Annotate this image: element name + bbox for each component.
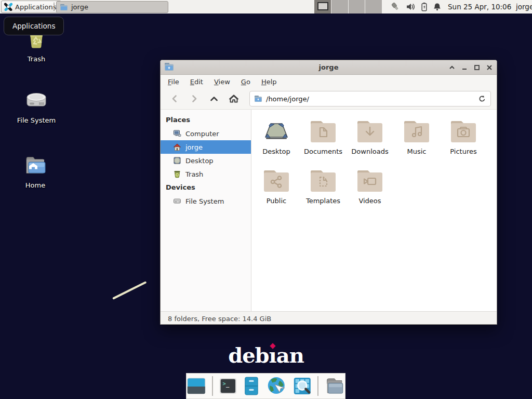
panel-separator-handle[interactable] (54, 3, 55, 11)
workspace-4[interactable] (365, 0, 382, 14)
templates-folder-icon (309, 168, 338, 194)
applications-menu-button[interactable]: Applications (1, 1, 61, 13)
folder-icon (60, 4, 68, 11)
menu-edit[interactable]: Edit (190, 78, 203, 86)
notifications-bell-icon[interactable] (433, 2, 442, 11)
file-name: Music (407, 148, 427, 155)
dock: > _ (186, 373, 345, 399)
sidebar-item-trash[interactable]: Trash (161, 167, 251, 181)
show-desktop-icon[interactable] (187, 376, 206, 396)
sidebar-item-label: Computer (185, 130, 219, 138)
file-name: Desktop (262, 148, 290, 155)
top-panel: Applications jorge (0, 0, 532, 14)
file-manager-body: Places Computer jo (161, 110, 497, 311)
file-item-downloads[interactable]: Downloads (347, 116, 393, 165)
sidebar-item-filesystem[interactable]: File System (161, 194, 251, 208)
window-controls (448, 60, 494, 74)
file-item-music[interactable]: Music (393, 116, 440, 165)
sidebar-item-label: jorge (185, 143, 203, 151)
file-name: Downloads (351, 148, 388, 155)
stylus-tool-icon[interactable] (390, 2, 401, 12)
workspace-1[interactable] (314, 0, 331, 14)
menu-go[interactable]: Go (241, 78, 250, 86)
taskbar-window-label: jorge (71, 3, 88, 11)
home-folder-icon (23, 153, 48, 178)
file-item-documents[interactable]: Documents (300, 116, 347, 165)
debian-logo-i: ı (269, 343, 276, 367)
file-name: Videos (358, 197, 381, 205)
file-item-pictures[interactable]: Pictures (440, 116, 487, 165)
workspace-3[interactable] (349, 0, 366, 14)
sidebar-item-label: Trash (185, 170, 203, 178)
computer-icon (173, 129, 181, 138)
desktop-icon-label: Home (25, 181, 45, 189)
file-item-public[interactable]: Public (253, 165, 300, 215)
statusbar-text: 8 folders, Free space: 14.4 GiB (168, 315, 271, 323)
panel-clock[interactable]: Sun 25 Apr, 10:06 (448, 0, 511, 14)
harddrive-icon (24, 88, 49, 113)
menubar: File Edit View Go Help (161, 75, 497, 88)
dock-separator (317, 376, 318, 396)
file-name: Documents (304, 148, 342, 155)
svg-text:_: _ (226, 381, 230, 388)
taskbar-window-button[interactable]: jorge (56, 1, 168, 13)
debian-logo-pre: deb (228, 343, 269, 367)
sidebar-item-home[interactable]: jorge (161, 140, 251, 154)
desktop: Applications jorge (0, 0, 532, 399)
workspace-2[interactable] (331, 0, 349, 14)
trash-small-icon (173, 170, 181, 178)
reload-icon[interactable] (478, 95, 486, 103)
path-text[interactable]: /home/jorge/ (266, 95, 474, 103)
minimize-button[interactable] (460, 63, 469, 72)
cursor-artifact-line (112, 281, 147, 300)
file-item-templates[interactable]: Templates (300, 165, 347, 215)
forward-button[interactable] (186, 91, 203, 107)
tooltip-text: Applications (12, 22, 55, 30)
music-folder-icon (402, 118, 431, 144)
up-button[interactable] (206, 91, 222, 107)
file-name: Templates (306, 197, 340, 205)
downloads-folder-icon (355, 118, 384, 144)
desktop-pad-icon (262, 118, 291, 144)
close-button[interactable] (485, 63, 494, 72)
desktop-icon-filesystem[interactable]: File System (10, 88, 62, 124)
sidebar-header-places: Places (161, 113, 251, 127)
app-finder-icon[interactable] (292, 376, 312, 396)
sidebar-item-desktop[interactable]: Desktop (161, 154, 251, 167)
sidebar-item-label: File System (185, 197, 224, 205)
public-folder-icon (262, 168, 291, 194)
file-manager-cabinet-icon[interactable] (243, 376, 260, 396)
maximize-button[interactable] (473, 63, 481, 72)
desktop-icon-label: File System (17, 116, 56, 124)
terminal-icon[interactable]: > _ (219, 376, 237, 396)
home-button[interactable] (225, 91, 242, 107)
file-item-videos[interactable]: Videos (347, 165, 393, 215)
dock-separator (212, 376, 213, 396)
menu-help[interactable]: Help (261, 78, 277, 86)
workspace-switcher[interactable] (314, 0, 382, 14)
sidebar-item-computer[interactable]: Computer (161, 127, 251, 140)
battery-icon[interactable] (420, 2, 428, 11)
window-titlebar[interactable]: jorge (161, 60, 497, 75)
window-title: jorge (161, 60, 497, 74)
panel-user-label[interactable]: jorge (516, 0, 532, 14)
file-item-desktop[interactable]: Desktop (253, 116, 300, 165)
file-list-view[interactable]: Desktop Documents (251, 110, 497, 311)
web-browser-globe-icon[interactable] (266, 375, 287, 397)
shade-button[interactable] (448, 63, 456, 72)
volume-icon[interactable] (406, 2, 416, 11)
home-icon (173, 143, 181, 151)
location-bar[interactable]: /home/jorge/ (249, 91, 491, 107)
applications-tooltip: Applications (4, 17, 64, 35)
file-name: Pictures (450, 148, 476, 155)
menu-file[interactable]: File (168, 78, 179, 86)
pictures-folder-icon (449, 118, 478, 144)
desktop-icon-home[interactable]: Home (9, 153, 61, 189)
debian-logo: debıan (0, 343, 532, 367)
back-button[interactable] (166, 91, 183, 107)
debian-logo-post: an (276, 343, 304, 367)
file-grid: Desktop Documents (253, 116, 488, 215)
svg-text:>: > (222, 380, 225, 387)
menu-view[interactable]: View (214, 78, 230, 86)
files-folder-icon[interactable] (324, 376, 345, 396)
